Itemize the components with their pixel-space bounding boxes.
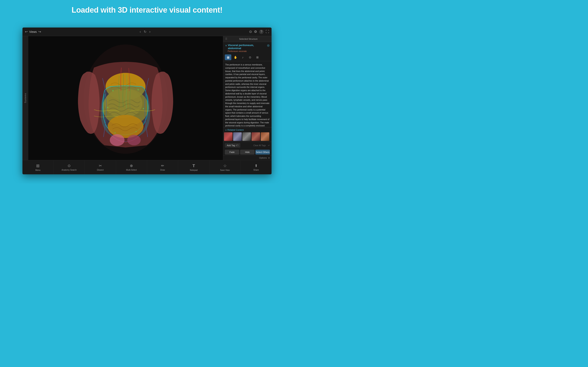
svg-point-11: [136, 131, 137, 132]
tab-interact[interactable]: ✋: [232, 54, 239, 60]
settings-icon[interactable]: ⚙: [254, 30, 257, 34]
selected-structure-label: Selected Structure: [227, 38, 269, 40]
thumbnail-5[interactable]: [261, 132, 269, 141]
tab-view[interactable]: ⊙: [247, 54, 253, 60]
anatomy-search-label: Anatomy Search: [61, 169, 77, 171]
svg-point-13: [127, 135, 141, 145]
tag-icon: 🏷: [236, 144, 238, 147]
toolbar-right: ⊙ ⚙ ? ⛶: [249, 30, 269, 34]
description-text: The peritoneum is a serous membrane, com…: [223, 61, 272, 127]
action-buttons: Fade Hide Select Others: [223, 149, 272, 155]
share-icon: ⬆: [255, 164, 258, 168]
svg-point-5: [108, 115, 143, 138]
thumbnail-1[interactable]: [224, 132, 233, 141]
tool-menu[interactable]: ⊞ Menu: [22, 160, 54, 174]
multi-select-label: Multi-Select: [126, 169, 137, 171]
structure-title-row: ∨ Visceral peritoneum, abdominal ◎: [223, 42, 272, 50]
page-headline: Loaded with 3D interactive visual conten…: [0, 0, 294, 18]
thumbnail-3[interactable]: [242, 132, 251, 141]
options-row: Options ∨: [223, 155, 272, 160]
nav-back-icon[interactable]: ‹: [140, 30, 141, 34]
svg-point-8: [107, 107, 108, 108]
tool-anatomy-search[interactable]: ⊙ Anatomy Search: [54, 160, 85, 174]
save-view-label: Save View: [220, 169, 230, 171]
anatomy-search-icon: ⊙: [68, 164, 71, 168]
menu-label: Menu: [35, 169, 40, 171]
related-content-header: ∨ Related Content: [223, 129, 272, 132]
systems-sidebar[interactable]: Systems: [22, 36, 28, 160]
structure-chevron-icon[interactable]: ∨: [225, 44, 227, 47]
svg-point-12: [110, 134, 125, 146]
forward-icon[interactable]: ↪: [38, 30, 41, 34]
bottom-toolbar: ⊞ Menu ⊙ Anatomy Search ✂ Dissect ⊕ Mult…: [22, 160, 272, 174]
app-window: ↩ Views ↪ ‹ ↻ › ⊙ ⚙ ? ⛶ Systems: [22, 27, 272, 174]
svg-point-10: [114, 132, 116, 133]
camera-icon[interactable]: ⊙: [249, 30, 252, 34]
related-content-label: Related Content: [227, 129, 244, 131]
related-content-section: ∨ Related Content: [223, 127, 272, 142]
tool-notepad[interactable]: T Notepad: [178, 160, 209, 174]
options-chevron-icon[interactable]: ∨: [268, 156, 270, 159]
back-icon[interactable]: ↩: [25, 30, 27, 34]
select-others-button[interactable]: Select Others: [255, 150, 270, 155]
save-view-icon: ☆: [223, 163, 227, 168]
svg-point-6: [112, 90, 113, 91]
dissect-icon: ✂: [99, 164, 102, 168]
panel-dots-icon: ⠿: [225, 37, 227, 41]
dissect-label: Dissect: [97, 169, 104, 171]
multi-select-icon: ⊕: [130, 164, 133, 168]
structure-latin-name: Peritoneum viscerale: [223, 50, 272, 54]
clear-tags-icon: ↩: [268, 144, 270, 147]
tab-info[interactable]: ▦: [225, 54, 231, 60]
target-icon[interactable]: ◎: [267, 44, 269, 47]
main-content: Systems: [22, 36, 272, 160]
fullscreen-icon[interactable]: ⛶: [266, 30, 269, 34]
top-toolbar: ↩ Views ↪ ‹ ↻ › ⊙ ⚙ ? ⛶: [22, 27, 272, 36]
thumbnail-2[interactable]: [233, 132, 242, 141]
tab-layers[interactable]: ⊞: [254, 54, 261, 60]
tag-row: Add Tag 🏷 Clear All Tags ↩: [223, 142, 272, 149]
clear-all-tags-label[interactable]: Clear All Tags: [242, 144, 266, 147]
menu-icon: ⊞: [36, 163, 40, 168]
tool-multi-select[interactable]: ⊕ Multi-Select: [116, 160, 147, 174]
draw-icon: ✏: [161, 164, 164, 168]
add-tag-label: Add Tag: [227, 144, 235, 147]
related-chevron-icon[interactable]: ∨: [225, 129, 227, 131]
related-thumbnails: [223, 132, 272, 141]
svg-point-9: [143, 108, 144, 109]
options-label[interactable]: Options: [259, 157, 267, 159]
share-label: Share: [253, 169, 259, 171]
tab-icons-row: ▦ ✋ ♪ ⊙ ⊞: [223, 54, 272, 61]
right-panel: ⠿ Selected Structure ∨ Visceral peritone…: [223, 36, 272, 160]
systems-label: Systems: [24, 93, 26, 103]
tab-audio[interactable]: ♪: [240, 54, 246, 60]
structure-name: Visceral peritoneum, abdominal: [228, 44, 266, 50]
refresh-icon[interactable]: ↻: [144, 30, 146, 34]
tool-share[interactable]: ⬆ Share: [241, 160, 272, 174]
thumbnail-4[interactable]: [251, 132, 260, 141]
anatomy-render: [28, 36, 223, 160]
tool-save-view[interactable]: ☆ Save View: [209, 160, 241, 174]
add-tag-button[interactable]: Add Tag 🏷: [225, 143, 240, 148]
notepad-icon: T: [192, 164, 195, 168]
tool-draw[interactable]: ✏ Draw: [147, 160, 178, 174]
help-icon[interactable]: ?: [259, 30, 264, 34]
hide-button[interactable]: Hide: [240, 150, 255, 155]
fade-button[interactable]: Fade: [225, 150, 239, 155]
selected-structure-header: ⠿ Selected Structure: [223, 36, 272, 42]
notepad-label: Notepad: [190, 169, 198, 171]
anatomy-3d-view[interactable]: [28, 36, 223, 160]
nav-forward-icon[interactable]: ›: [149, 30, 150, 34]
draw-label: Draw: [160, 169, 165, 171]
tool-dissect[interactable]: ✂ Dissect: [85, 160, 116, 174]
svg-point-7: [138, 89, 139, 90]
views-label[interactable]: Views: [29, 30, 37, 33]
toolbar-left: ↩ Views ↪: [25, 30, 41, 34]
